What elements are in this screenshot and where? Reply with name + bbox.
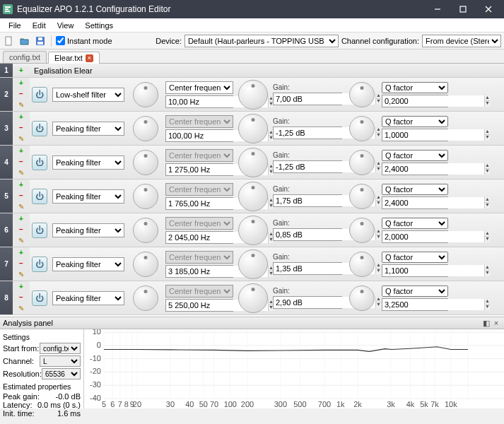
freq-mode-select[interactable]: Center frequency [165,183,233,196]
freq-knob[interactable] [133,150,158,175]
power-button[interactable]: ⏻ [32,189,47,204]
freq-knob[interactable] [133,184,158,209]
q-input[interactable]: ▲▼ [382,230,448,243]
q-input[interactable]: ▲▼ [382,298,448,311]
filter-type-select[interactable]: Low-shelf filter [52,88,124,102]
remove-row-button[interactable]: − [19,260,23,267]
tab-config[interactable]: config.txt [3,51,47,63]
freq-knob[interactable] [133,116,158,141]
freq-mode-select[interactable]: Center frequency [165,251,233,264]
device-select[interactable]: Default (Haut-parleurs - TOPPING USB DAC… [184,35,339,47]
gain-input[interactable]: ▲▼ [273,93,342,105]
close-tab-icon[interactable]: × [86,54,93,62]
freq-input[interactable]: ▲▼ [165,265,233,278]
add-row-button[interactable]: + [19,114,23,121]
spin-down[interactable]: ▼ [485,101,490,107]
gain-knob[interactable] [238,148,268,177]
freq-mode-select[interactable]: Center frequency [165,217,233,230]
add-row-button[interactable]: + [19,216,23,223]
close-button[interactable] [476,0,501,18]
freq-input[interactable]: ▲▼ [165,95,233,108]
power-button[interactable]: ⏻ [32,257,47,272]
add-row-button[interactable]: + [19,249,23,257]
open-file-button[interactable] [18,35,31,47]
q-knob[interactable] [349,285,375,311]
filter-type-select[interactable]: Peaking filter [52,291,124,305]
filter-type-select[interactable]: Peaking filter [52,155,124,170]
q-input[interactable]: ▲▼ [382,163,448,175]
freq-knob[interactable] [133,82,158,107]
power-button[interactable]: ⏻ [32,87,47,102]
remove-row-button[interactable]: − [19,294,23,301]
freq-knob[interactable] [133,252,158,277]
add-row-button[interactable]: + [19,283,23,290]
q-mode-select[interactable]: Q factor [382,252,448,263]
menu-file[interactable]: File [3,20,27,31]
spin-down[interactable]: ▼ [485,135,490,141]
freq-input[interactable]: ▲▼ [165,231,233,244]
add-row-button[interactable]: + [19,80,23,87]
q-knob[interactable] [349,150,375,175]
start-from-select[interactable]: config.txt [40,343,81,354]
q-mode-select[interactable]: Q factor [382,150,448,161]
remove-row-button[interactable]: − [19,192,23,199]
freq-knob[interactable] [133,285,158,311]
freq-mode-select[interactable]: Center frequency [165,81,233,94]
q-mode-select[interactable]: Q factor [382,82,448,93]
minimize-button[interactable] [425,0,450,18]
gain-input[interactable]: ▲▼ [273,228,342,241]
channel-config-select[interactable]: From device (Stereo) [422,35,501,47]
power-button[interactable]: ⏻ [32,223,47,238]
spin-down[interactable]: ▼ [485,203,490,208]
spin-down[interactable]: ▼ [485,237,490,242]
q-mode-select[interactable]: Q factor [382,218,448,229]
gain-knob[interactable] [238,283,268,313]
gain-knob[interactable] [238,114,268,143]
new-file-button[interactable] [3,35,16,47]
freq-input[interactable]: ▲▼ [165,299,233,312]
remove-row-button[interactable]: − [19,124,23,131]
edit-row-button[interactable]: ✎ [18,102,24,109]
menu-settings[interactable]: Settings [79,20,119,31]
gain-input[interactable]: ▲▼ [273,126,342,139]
edit-row-button[interactable]: ✎ [18,136,24,143]
filter-type-select[interactable]: Peaking filter [52,257,124,271]
resolution-select[interactable]: 65536 [42,368,81,379]
q-mode-select[interactable]: Q factor [382,116,448,127]
gain-input[interactable]: ▲▼ [273,262,342,275]
q-input[interactable]: ▲▼ [382,196,448,209]
gain-input[interactable]: ▲▼ [273,194,342,207]
remove-row-button[interactable]: − [19,226,23,233]
freq-knob[interactable] [133,218,158,243]
q-input[interactable]: ▲▼ [382,264,448,277]
filter-type-select[interactable]: Peaking filter [52,189,124,204]
spin-down[interactable]: ▼ [485,169,490,175]
freq-input[interactable]: ▲▼ [165,129,233,142]
gain-knob[interactable] [238,80,268,110]
menu-view[interactable]: View [52,20,80,31]
q-knob[interactable] [349,116,375,141]
undock-icon[interactable]: ◧ [481,319,491,328]
edit-row-button[interactable]: ✎ [18,204,24,211]
freq-input[interactable]: ▲▼ [165,197,233,210]
q-knob[interactable] [349,252,375,277]
edit-row-button[interactable]: ✎ [18,237,24,245]
add-row-button[interactable]: + [19,148,23,155]
filter-type-select[interactable]: Peaking filter [52,223,124,237]
gain-knob[interactable] [238,182,268,211]
instant-mode-checkbox[interactable]: Instant mode [56,36,112,45]
gain-input[interactable]: ▲▼ [273,296,342,309]
gain-knob[interactable] [238,216,268,245]
freq-mode-select[interactable]: Center frequency [165,115,233,128]
q-knob[interactable] [349,82,375,107]
maximize-button[interactable] [450,0,476,18]
edit-row-button[interactable]: ✎ [18,271,24,278]
gain-input[interactable]: ▲▼ [273,160,342,173]
close-panel-icon[interactable]: × [491,319,501,327]
save-file-button[interactable] [34,35,47,47]
channel-select[interactable]: L [40,355,81,367]
freq-mode-select[interactable]: Center frequency [165,149,233,162]
gain-knob[interactable] [238,249,268,279]
freq-input[interactable]: ▲▼ [165,163,233,176]
add-row-button[interactable]: + [19,67,23,74]
